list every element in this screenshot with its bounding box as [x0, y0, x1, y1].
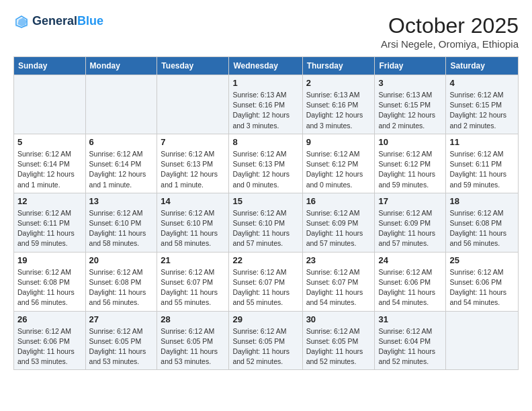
calendar-week-1: 1Sunrise: 6:13 AM Sunset: 6:16 PM Daylig… [14, 75, 519, 134]
calendar-header-row: SundayMondayTuesdayWednesdayThursdayFrid… [14, 57, 519, 75]
calendar-cell [14, 75, 86, 134]
logo-text: GeneralBlue [32, 15, 103, 28]
calendar-cell: 1Sunrise: 6:13 AM Sunset: 6:16 PM Daylig… [229, 75, 302, 134]
calendar-cell: 17Sunrise: 6:12 AM Sunset: 6:09 PM Dayli… [375, 193, 446, 252]
calendar-cell: 22Sunrise: 6:12 AM Sunset: 6:07 PM Dayli… [229, 252, 302, 311]
calendar-cell: 9Sunrise: 6:12 AM Sunset: 6:12 PM Daylig… [302, 134, 375, 193]
day-info: Sunrise: 6:12 AM Sunset: 6:11 PM Dayligh… [449, 149, 515, 190]
calendar-cell: 31Sunrise: 6:12 AM Sunset: 6:04 PM Dayli… [375, 311, 446, 370]
calendar-cell: 13Sunrise: 6:12 AM Sunset: 6:10 PM Dayli… [85, 193, 157, 252]
calendar-cell: 6Sunrise: 6:12 AM Sunset: 6:14 PM Daylig… [85, 134, 157, 193]
calendar-cell: 10Sunrise: 6:12 AM Sunset: 6:12 PM Dayli… [375, 134, 446, 193]
day-info: Sunrise: 6:12 AM Sunset: 6:08 PM Dayligh… [449, 208, 515, 249]
calendar-table: SundayMondayTuesdayWednesdayThursdayFrid… [13, 56, 519, 370]
calendar-body: 1Sunrise: 6:13 AM Sunset: 6:16 PM Daylig… [14, 75, 519, 370]
day-info: Sunrise: 6:12 AM Sunset: 6:14 PM Dayligh… [17, 149, 82, 190]
day-number: 17 [378, 196, 442, 206]
day-info: Sunrise: 6:12 AM Sunset: 6:05 PM Dayligh… [89, 326, 154, 367]
day-number: 19 [17, 255, 82, 265]
day-info: Sunrise: 6:12 AM Sunset: 6:10 PM Dayligh… [232, 208, 298, 249]
day-info: Sunrise: 6:12 AM Sunset: 6:05 PM Dayligh… [306, 326, 371, 367]
day-info: Sunrise: 6:12 AM Sunset: 6:09 PM Dayligh… [378, 208, 442, 249]
calendar-cell: 11Sunrise: 6:12 AM Sunset: 6:11 PM Dayli… [446, 134, 519, 193]
day-info: Sunrise: 6:12 AM Sunset: 6:13 PM Dayligh… [232, 149, 298, 190]
day-number: 28 [161, 314, 225, 324]
calendar-cell: 16Sunrise: 6:12 AM Sunset: 6:09 PM Dayli… [302, 193, 375, 252]
day-number: 7 [161, 137, 225, 147]
day-info: Sunrise: 6:12 AM Sunset: 6:08 PM Dayligh… [89, 267, 154, 308]
day-number: 15 [232, 196, 298, 206]
day-number: 25 [449, 255, 515, 265]
calendar-cell: 25Sunrise: 6:12 AM Sunset: 6:06 PM Dayli… [446, 252, 519, 311]
column-header-wednesday: Wednesday [229, 57, 302, 75]
day-info: Sunrise: 6:12 AM Sunset: 6:04 PM Dayligh… [378, 326, 442, 367]
calendar-cell [157, 75, 229, 134]
day-info: Sunrise: 6:13 AM Sunset: 6:16 PM Dayligh… [306, 90, 371, 131]
day-number: 13 [89, 196, 154, 206]
day-number: 9 [306, 137, 371, 147]
day-info: Sunrise: 6:12 AM Sunset: 6:13 PM Dayligh… [161, 149, 225, 190]
day-info: Sunrise: 6:12 AM Sunset: 6:12 PM Dayligh… [378, 149, 442, 190]
day-number: 21 [161, 255, 225, 265]
column-header-saturday: Saturday [446, 57, 519, 75]
column-header-monday: Monday [85, 57, 157, 75]
day-number: 30 [306, 314, 371, 324]
day-number: 22 [232, 255, 298, 265]
column-header-sunday: Sunday [14, 57, 86, 75]
day-info: Sunrise: 6:12 AM Sunset: 6:05 PM Dayligh… [232, 326, 298, 367]
calendar-cell: 5Sunrise: 6:12 AM Sunset: 6:14 PM Daylig… [14, 134, 86, 193]
calendar-cell: 20Sunrise: 6:12 AM Sunset: 6:08 PM Dayli… [85, 252, 157, 311]
logo-icon [13, 13, 30, 30]
day-number: 4 [449, 78, 515, 88]
calendar-cell: 26Sunrise: 6:12 AM Sunset: 6:06 PM Dayli… [14, 311, 86, 370]
day-info: Sunrise: 6:12 AM Sunset: 6:07 PM Dayligh… [232, 267, 298, 308]
calendar-week-3: 12Sunrise: 6:12 AM Sunset: 6:11 PM Dayli… [14, 193, 519, 252]
calendar-cell: 7Sunrise: 6:12 AM Sunset: 6:13 PM Daylig… [157, 134, 229, 193]
day-info: Sunrise: 6:12 AM Sunset: 6:07 PM Dayligh… [306, 267, 371, 308]
day-number: 24 [378, 255, 442, 265]
day-number: 18 [449, 196, 515, 206]
day-info: Sunrise: 6:13 AM Sunset: 6:15 PM Dayligh… [378, 90, 442, 131]
calendar-week-5: 26Sunrise: 6:12 AM Sunset: 6:06 PM Dayli… [14, 311, 519, 370]
day-number: 12 [17, 196, 82, 206]
day-info: Sunrise: 6:12 AM Sunset: 6:05 PM Dayligh… [161, 326, 225, 367]
day-number: 8 [232, 137, 298, 147]
calendar-cell: 29Sunrise: 6:12 AM Sunset: 6:05 PM Dayli… [229, 311, 302, 370]
day-number: 6 [89, 137, 154, 147]
day-number: 27 [89, 314, 154, 324]
day-number: 20 [89, 255, 154, 265]
day-info: Sunrise: 6:12 AM Sunset: 6:10 PM Dayligh… [89, 208, 154, 249]
day-number: 29 [232, 314, 298, 324]
day-number: 10 [378, 137, 442, 147]
column-header-friday: Friday [375, 57, 446, 75]
calendar-cell: 28Sunrise: 6:12 AM Sunset: 6:05 PM Dayli… [157, 311, 229, 370]
page-header: GeneralBlue October 2025 Arsi Negele, Or… [13, 13, 519, 50]
day-number: 5 [17, 137, 82, 147]
calendar-cell: 12Sunrise: 6:12 AM Sunset: 6:11 PM Dayli… [14, 193, 86, 252]
calendar-cell [85, 75, 157, 134]
day-info: Sunrise: 6:12 AM Sunset: 6:06 PM Dayligh… [17, 326, 82, 367]
calendar-cell: 18Sunrise: 6:12 AM Sunset: 6:08 PM Dayli… [446, 193, 519, 252]
calendar-cell: 2Sunrise: 6:13 AM Sunset: 6:16 PM Daylig… [302, 75, 375, 134]
day-info: Sunrise: 6:12 AM Sunset: 6:07 PM Dayligh… [161, 267, 225, 308]
month-title: October 2025 [381, 13, 519, 38]
calendar-cell: 23Sunrise: 6:12 AM Sunset: 6:07 PM Dayli… [302, 252, 375, 311]
day-number: 11 [449, 137, 515, 147]
day-info: Sunrise: 6:12 AM Sunset: 6:15 PM Dayligh… [449, 90, 515, 131]
calendar-cell: 21Sunrise: 6:12 AM Sunset: 6:07 PM Dayli… [157, 252, 229, 311]
column-header-tuesday: Tuesday [157, 57, 229, 75]
day-info: Sunrise: 6:13 AM Sunset: 6:16 PM Dayligh… [232, 90, 298, 131]
day-number: 1 [232, 78, 298, 88]
calendar-cell: 24Sunrise: 6:12 AM Sunset: 6:06 PM Dayli… [375, 252, 446, 311]
day-number: 14 [161, 196, 225, 206]
calendar-cell: 3Sunrise: 6:13 AM Sunset: 6:15 PM Daylig… [375, 75, 446, 134]
calendar-cell: 27Sunrise: 6:12 AM Sunset: 6:05 PM Dayli… [85, 311, 157, 370]
day-info: Sunrise: 6:12 AM Sunset: 6:11 PM Dayligh… [17, 208, 82, 249]
day-number: 23 [306, 255, 371, 265]
calendar-cell: 30Sunrise: 6:12 AM Sunset: 6:05 PM Dayli… [302, 311, 375, 370]
day-number: 3 [378, 78, 442, 88]
location-subtitle: Arsi Negele, Oromiya, Ethiopia [381, 38, 519, 50]
calendar-cell: 15Sunrise: 6:12 AM Sunset: 6:10 PM Dayli… [229, 193, 302, 252]
calendar-week-2: 5Sunrise: 6:12 AM Sunset: 6:14 PM Daylig… [14, 134, 519, 193]
logo: GeneralBlue [13, 13, 103, 30]
